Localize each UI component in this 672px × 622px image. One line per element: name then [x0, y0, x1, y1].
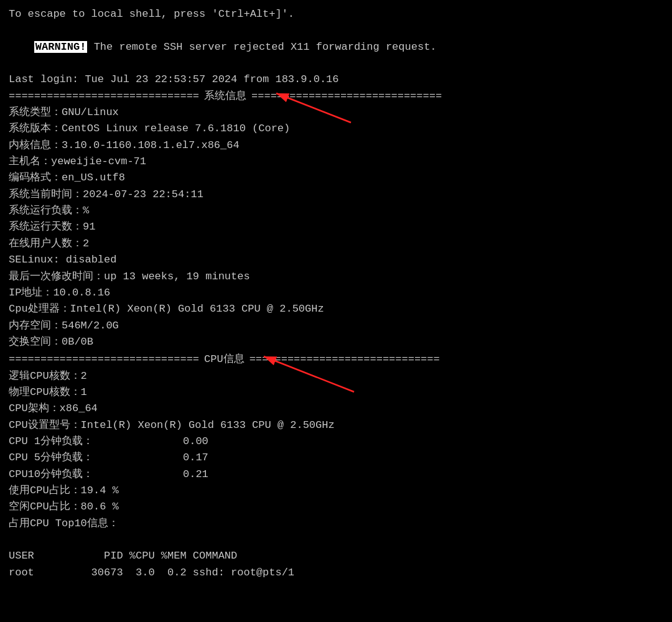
uptime-days-line: 系统运行天数：91 [9, 219, 663, 235]
warning-badge: WARNING! [34, 41, 88, 53]
memory-line: 内存空间：546M/2.0G [9, 318, 663, 334]
cpu-info-title: CPU信息 [204, 351, 245, 368]
cpu-used-line: 使用CPU占比：19.4 % [9, 483, 663, 499]
cpu-arch-line: CPU架构：x86_64 [9, 401, 663, 417]
cpu-idle-line: 空闲CPU占比：80.6 % [9, 499, 663, 515]
warning-text: The remote SSH server rejected X11 forwa… [87, 41, 436, 53]
sys-divider-left: ============================== [9, 88, 199, 104]
hostname-line: 主机名：yeweijie-cvm-71 [9, 154, 663, 170]
arrow-to-sys-header [258, 82, 382, 132]
sys-info-header-row: ============================== 系统信息 ====… [9, 88, 663, 104]
cpu-divider-left: ============================== [9, 351, 199, 368]
top10-header-line: USER PID %CPU %MEM COMMAND [9, 548, 663, 564]
encoding-line: 编码格式：en_US.utf8 [9, 170, 663, 186]
cpu-info-header-row: ============================== CPU信息 ===… [9, 351, 663, 368]
warning-line: WARNING! The remote SSH server rejected … [9, 22, 663, 72]
selinux-line: SELinux: disabled [9, 252, 663, 268]
terminal-output: To escape to local shell, press 'Ctrl+Al… [9, 6, 663, 581]
svg-line-3 [264, 356, 354, 392]
cpu-load10-line: CPU10分钟负载：0.21 [9, 466, 663, 483]
online-users-line: 在线用户人数：2 [9, 236, 663, 252]
sys-info-title: 系统信息 [204, 88, 246, 104]
cpu-top10-label-line: 占用CPU Top10信息： [9, 516, 663, 532]
escape-hint-line: To escape to local shell, press 'Ctrl+Al… [9, 6, 663, 22]
cpu-processor-line: Cpu处理器：Intel(R) Xeon(R) Gold 6133 CPU @ … [9, 301, 663, 317]
last-modified-line: 最后一次修改时间：up 13 weeks, 19 minutes [9, 269, 663, 285]
ip-line: IP地址：10.0.8.16 [9, 285, 663, 301]
cpu-model-line: CPU设置型号：Intel(R) Xeon(R) Gold 6133 CPU @… [9, 417, 663, 434]
kernel-line: 内核信息：3.10.0-1160.108.1.el7.x86_64 [9, 137, 663, 154]
cpu-load1-line: CPU 1分钟负载：0.00 [9, 434, 663, 450]
load-line: 系统运行负载：% [9, 203, 663, 219]
current-time-line: 系统当前时间：2024-07-23 22:54:11 [9, 187, 663, 203]
cpu-load5-line: CPU 5分钟负载：0.17 [9, 450, 663, 466]
blank-line [9, 532, 663, 548]
top10-row1-line: root 30673 3.0 0.2 sshd: root@pts/1 [9, 565, 663, 581]
svg-line-1 [276, 93, 351, 123]
arrow-to-cpu-header [245, 345, 382, 401]
